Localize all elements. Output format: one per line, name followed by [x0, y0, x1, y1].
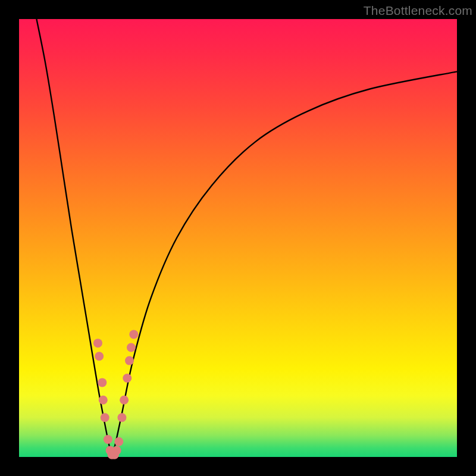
curve-left-branch [36, 19, 112, 457]
marker-dot [117, 413, 126, 422]
marker-dot [104, 435, 112, 444]
marker-dot [112, 446, 121, 455]
marker-dot [129, 330, 138, 339]
marker-dot [95, 352, 104, 361]
marker-group [93, 330, 138, 459]
curve-right-branch [112, 71, 457, 457]
marker-dot [114, 437, 123, 446]
marker-dot [123, 374, 131, 383]
marker-dot [93, 339, 102, 347]
marker-dot [127, 343, 136, 352]
marker-dot [98, 378, 107, 387]
marker-dot [99, 396, 108, 405]
outer-frame: TheBottleneck.com [0, 0, 476, 476]
marker-dot [101, 413, 109, 422]
chart-svg [19, 19, 457, 457]
watermark-text: TheBottleneck.com [364, 4, 472, 18]
marker-dot [120, 396, 129, 405]
plot-area [19, 19, 457, 457]
marker-dot [125, 356, 134, 365]
